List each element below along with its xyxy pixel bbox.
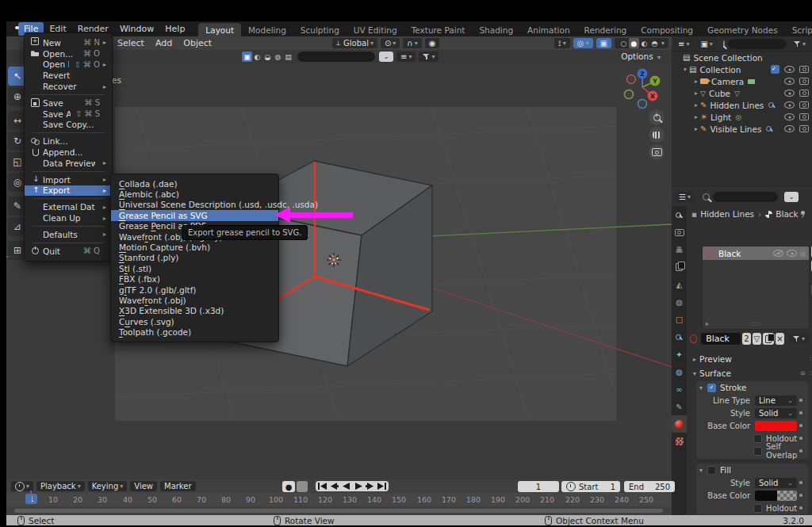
export-menu-item[interactable]: glTF 2.0 (.glb/.gltf) [111,285,278,295]
outliner-row[interactable]: ▸ Camera ✓ [672,75,812,87]
pin-icon[interactable] [799,210,807,218]
zoom-button[interactable] [649,109,665,125]
tab-scene[interactable]: ◭ [672,276,687,293]
unlink-material-button[interactable]: × [776,333,784,345]
export-menu-item[interactable]: Alembic (.abc) [111,189,278,199]
tab-constraints[interactable]: ∞ [672,380,687,398]
snap-toggle[interactable]: ∩▾ [403,38,421,48]
workspace-tab[interactable]: Animation [520,23,577,36]
file-menu-item[interactable]: Clean Up ▸ [25,212,112,223]
outliner-item-label[interactable]: Collection [699,65,741,74]
record-button[interactable]: ● [282,481,295,492]
file-menu-item[interactable]: Save ⌘ S ▸ [25,97,112,109]
pan-button[interactable] [649,127,665,143]
animate-dot[interactable] [797,481,805,484]
export-menu-item[interactable]: Grease Pencil as SVG [111,210,278,220]
file-menu-item[interactable]: ▸ [25,169,112,174]
fill-holdout-checkbox[interactable] [753,504,762,513]
xray-toggle[interactable]: ▣ [596,38,611,48]
outliner-item-label[interactable]: Hidden Lines [710,101,764,110]
viewport-menu[interactable]: Add [150,37,178,49]
timeline-scrollbar[interactable] [14,509,663,513]
outliner-row[interactable]: Scene Collection ✓ [672,52,812,63]
outliner-row[interactable]: ▾ Collection ✓ [672,63,812,75]
topbar-menu[interactable]: Help [159,22,190,36]
collection-checkbox[interactable]: ✓ [771,65,779,74]
file-menu-item[interactable]: External Data ▸ [25,201,112,212]
file-menu-item[interactable]: ▸ [25,196,112,201]
workspace-tab[interactable]: Scripting [785,23,812,36]
timeline-menu[interactable]: View ▾ [130,481,157,491]
file-menu-item[interactable]: ▸ [25,223,112,229]
breadcrumb-material[interactable]: Black [776,209,798,219]
wireframe-shading-icon[interactable]: ○ [619,38,629,48]
export-menu-item[interactable]: Universal Scene Description (.usd, .usdc… [111,200,278,210]
fill-base-color-swatch[interactable] [755,491,797,501]
animate-dot[interactable] [797,506,805,510]
overlays-dropdown[interactable]: ◎▾ [573,38,593,48]
animate-dot[interactable] [797,411,805,414]
fill-checkbox[interactable] [707,466,716,475]
workspace-tab[interactable]: Shading [472,23,520,36]
export-menu-item[interactable]: Collada (.dae) [111,178,278,189]
file-menu-item[interactable]: Export ▸ [25,185,112,197]
tab-tool[interactable] [672,206,687,223]
stroke-checkbox[interactable]: ✓ [707,384,716,392]
eye-icon[interactable] [784,78,795,85]
transform-orientation-dropdown[interactable]: ⟂ Global ▾ [332,38,377,48]
camera-visibility-icon[interactable] [799,90,809,97]
outliner-filter-icon-dropdown[interactable]: ▣▾ [696,39,716,49]
export-menu-item[interactable]: Stl (.stl) [111,263,278,273]
export-menu-item[interactable]: Wavefront (.obj) [111,295,278,305]
proportional-edit-toggle[interactable]: ◉ [425,38,440,48]
animate-dot[interactable] [797,494,805,497]
tab-texture[interactable] [672,433,687,450]
outliner-row[interactable]: ▸ Light ✓ [672,111,812,123]
toggle-image-icon[interactable]: ▣ [242,52,252,62]
material-users-count[interactable]: 2 [742,333,750,345]
fill-header[interactable]: ▾ Fill [696,464,808,476]
resize-grip[interactable]: ∷∷ [751,321,760,328]
lock-icon[interactable] [800,252,806,257]
eye-icon[interactable] [784,66,795,73]
stroke-header[interactable]: ▾ ✓ Stroke [696,381,808,394]
header-search-input[interactable] [297,52,375,62]
expand-arrow-icon[interactable]: ▸ [692,78,700,85]
viewport-menu[interactable]: Object [178,37,217,49]
file-menu-item[interactable]: Open... ⌘ O ▸ [25,48,112,59]
tab-render[interactable] [672,223,687,241]
rendered-shading-icon[interactable]: ◓ [649,38,660,48]
toggle-brush-icon[interactable]: ▤ [283,52,293,62]
camera-visibility-icon[interactable] [799,101,809,109]
toggle-globe-icon[interactable]: ◍ [273,52,283,62]
animate-dot[interactable] [797,399,805,402]
fake-user-shield-button[interactable]: ▽ [753,333,761,345]
tab-effects[interactable]: ✦ [672,346,687,363]
eye-icon[interactable] [784,125,795,132]
solid-shading-icon[interactable]: ● [629,38,639,48]
sort-dropdown[interactable]: ≡▾ [396,52,416,62]
workspace-tab[interactable]: Sculpting [293,23,347,36]
next-keyframe-button[interactable] [365,482,375,491]
editor-type-dropdown[interactable]: ☰▾ [675,192,695,202]
camera-view-button[interactable] [649,144,665,160]
outliner-row[interactable]: ▸ Hidden Lines ✓ [672,99,812,111]
eye-icon[interactable] [784,90,795,97]
file-menu-item[interactable]: ▸ [25,130,112,136]
auto-key-button[interactable] [297,481,308,492]
start-frame-field[interactable]: Start 1 [561,481,620,492]
line-type-dropdown[interactable]: Line⌄ [755,395,797,406]
eye-icon[interactable] [784,113,795,120]
toggle-particles-icon[interactable]: ◒ [262,52,273,62]
expand-arrow-icon[interactable]: ▸ [692,90,700,97]
camera-visibility-icon[interactable] [799,78,809,85]
file-menu-item[interactable]: Data Previews ▸ [25,158,112,169]
tab-modifiers[interactable] [672,328,687,346]
play-button[interactable] [353,482,363,491]
fill-style-dropdown[interactable]: Solid⌄ [755,478,797,488]
stroke-style-dropdown[interactable]: Solid⌄ [755,408,797,418]
animate-dot[interactable] [797,437,805,440]
copy-material-button[interactable] [763,333,774,345]
file-menu-item[interactable]: Link... ▸ [25,136,112,147]
file-menu-item[interactable]: Append... ▸ [25,147,112,158]
